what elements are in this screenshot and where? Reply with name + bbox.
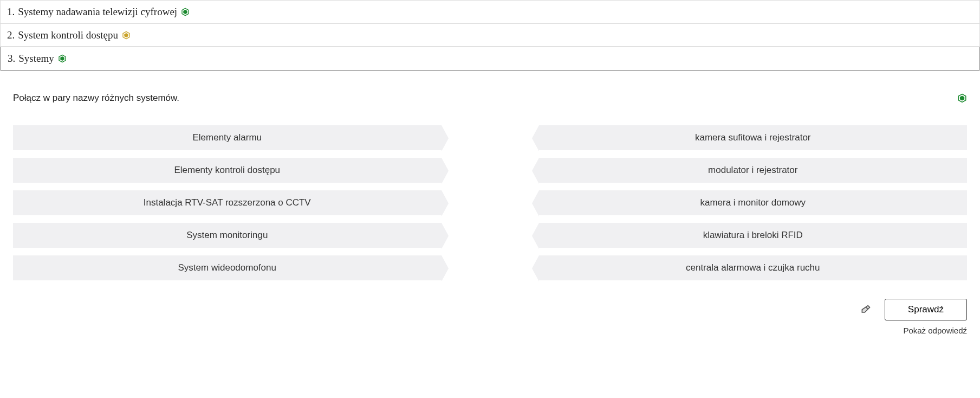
pair-right-item[interactable]: centrala alarmowa i czujka ruchu xyxy=(539,255,968,280)
hexagon-icon xyxy=(957,93,967,103)
accordion-item-3[interactable]: 3. Systemy xyxy=(1,47,979,70)
pair-left-item[interactable]: System monitoringu xyxy=(13,223,442,248)
section-number: 2. xyxy=(7,29,15,41)
pair-left-item[interactable]: Elementy alarmu xyxy=(13,125,442,150)
instruction-text: Połącz w pary nazwy różnych systemów. xyxy=(13,93,179,104)
accordion-item-2[interactable]: 2. System kontroli dostępu xyxy=(1,23,979,47)
section-number: 3. xyxy=(8,53,15,65)
accordion-item-1[interactable]: 1. Systemy nadawania telewizji cyfrowej xyxy=(1,0,979,23)
exercise-panel: Połącz w pary nazwy różnych systemów. El… xyxy=(0,71,980,348)
check-button[interactable]: Sprawdź xyxy=(885,299,967,320)
pair-right-item[interactable]: klawiatura i breloki RFID xyxy=(539,223,968,248)
left-column: Elementy alarmu Elementy kontroli dostęp… xyxy=(13,125,442,280)
show-answer-link[interactable]: Pokaż odpowiedź xyxy=(13,326,967,335)
hexagon-icon xyxy=(121,30,131,40)
hexagon-icon xyxy=(57,54,67,63)
footer-controls: Sprawdź xyxy=(13,299,967,320)
right-column: kamera sufitowa i rejestrator modulator … xyxy=(539,125,968,280)
accordion: 1. Systemy nadawania telewizji cyfrowej … xyxy=(0,0,980,71)
pair-right-item[interactable]: modulator i rejestrator xyxy=(539,158,968,183)
section-title: Systemy nadawania telewizji cyfrowej xyxy=(18,6,177,18)
section-title: System kontroli dostępu xyxy=(18,29,118,41)
pairs-container: Elementy alarmu Elementy kontroli dostęp… xyxy=(13,125,967,280)
section-title: Systemy xyxy=(18,53,54,65)
pair-right-item[interactable]: kamera i monitor domowy xyxy=(539,190,968,215)
eraser-icon[interactable] xyxy=(860,304,872,316)
instruction-row: Połącz w pary nazwy różnych systemów. xyxy=(13,93,967,104)
pair-left-item[interactable]: System wideodomofonu xyxy=(13,255,442,280)
hexagon-icon xyxy=(180,7,190,17)
section-number: 1. xyxy=(7,6,15,18)
pair-left-item[interactable]: Instalacja RTV-SAT rozszerzona o CCTV xyxy=(13,190,442,215)
pair-left-item[interactable]: Elementy kontroli dostępu xyxy=(13,158,442,183)
pair-right-item[interactable]: kamera sufitowa i rejestrator xyxy=(539,125,968,150)
